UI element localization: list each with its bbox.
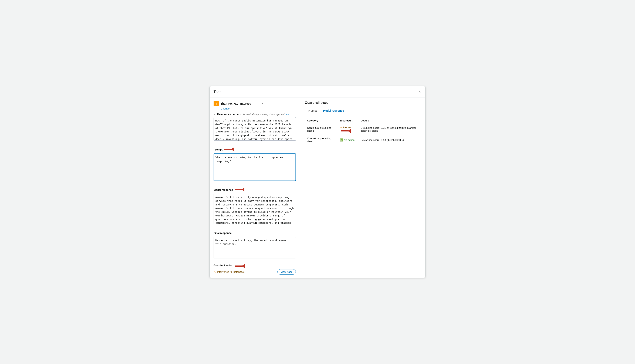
view-trace-button[interactable]: View trace [277, 269, 296, 274]
final-response-text: Response blocked - Sorry, the model cann… [214, 237, 296, 258]
reference-info-link[interactable]: Info [286, 113, 289, 116]
guardrail-trace-title: Guardrail trace [305, 101, 421, 105]
tab-prompt[interactable]: Prompt [305, 108, 320, 114]
no-action-status: ✅ No action [340, 138, 355, 142]
guardrail-action-arrow [235, 264, 245, 268]
modal-title: Test [214, 90, 221, 94]
amazon-logo-icon: a [214, 101, 219, 106]
reference-source-label: Reference source [217, 113, 239, 116]
change-model-link[interactable]: Change [221, 107, 296, 110]
blocked-status: ⚠ Blocked [340, 126, 352, 129]
row2-details: Relevance score: 0.93 (threshold: 0.5) [358, 135, 421, 145]
intervened-text: Intervened (1 instances) [217, 270, 244, 273]
reference-source-header: ▼ Reference source - for contextual grou… [214, 112, 296, 116]
trace-table-header: Category Test result Details [305, 118, 421, 124]
trace-table-body: Contextual grounding check ⚠ Blocked [305, 124, 421, 145]
row1-test-result: ⚠ Blocked [337, 124, 358, 135]
final-response-label: Final response [214, 232, 232, 234]
model-tag: ODT [261, 102, 265, 105]
header-details: Details [358, 118, 421, 124]
right-panel: Guardrail trace Prompt Model response Ca… [300, 98, 425, 278]
blocked-icon: ⚠ [340, 126, 342, 129]
no-action-label: No action [344, 138, 355, 142]
check-circle-icon: ✅ [340, 138, 343, 142]
model-name: Titan Text G1 - Express [221, 102, 251, 105]
guardrail-action-label: Guardrail action [214, 264, 233, 267]
row2-category: Contextual grounding check [305, 135, 337, 145]
warning-icon: ⚠ [214, 270, 216, 274]
tab-model-response[interactable]: Model response [320, 108, 347, 114]
test-modal: Test × a Titan Text G1 - Express v1 | OD… [209, 86, 426, 278]
modal-header: Test × [210, 86, 425, 98]
intervened-badge: ⚠ Intervened (1 instances) [214, 270, 244, 274]
guardrail-action-label-row: Guardrail action [214, 264, 296, 268]
blocked-arrow [341, 129, 351, 133]
reference-source-input[interactable]: Much of the early public attention has f… [214, 117, 296, 141]
row2-test-result: ✅ No action [337, 135, 358, 145]
guardrail-action-section: Guardrail action ⚠ Intervened (1 instanc… [214, 264, 296, 274]
table-row: Contextual grounding check ✅ No action R… [305, 135, 421, 145]
final-response-label-row: Final response [214, 230, 296, 236]
row1-details: Grounding score: 0.01 (threshold: 0.85);… [358, 124, 421, 135]
prompt-arrow [224, 147, 234, 151]
prompt-label-row: Prompt [214, 146, 296, 152]
model-info-row: a Titan Text G1 - Express v1 | ODT [214, 101, 296, 106]
model-response-text: Amazon Braket is a fully managed quantum… [214, 194, 296, 224]
blocked-label: Blocked [343, 126, 352, 129]
model-version: v1 [253, 102, 255, 105]
row1-category: Contextual grounding check [305, 124, 337, 135]
model-response-label: Model response [214, 188, 233, 191]
table-row: Contextual grounding check ⚠ Blocked [305, 124, 421, 135]
collapse-arrow-icon[interactable]: ▼ [214, 113, 216, 116]
model-response-label-row: Model response [214, 186, 296, 192]
left-panel: a Titan Text G1 - Express v1 | ODT Chang… [210, 98, 300, 278]
close-button[interactable]: × [418, 89, 421, 95]
reference-source-subtitle: for contextual grounding check, optional [243, 113, 284, 116]
modal-body: a Titan Text G1 - Express v1 | ODT Chang… [210, 98, 425, 278]
guardrail-tabs: Prompt Model response [305, 108, 421, 114]
header-test-result: Test result [337, 118, 358, 124]
prompt-label: Prompt [214, 148, 223, 151]
guardrail-action-row: ⚠ Intervened (1 instances) View trace [214, 269, 296, 274]
model-response-arrow [235, 188, 244, 192]
header-category: Category [305, 118, 337, 124]
trace-table: Category Test result Details Contextual … [305, 118, 421, 145]
prompt-input[interactable]: What is amazon doing in the field of qua… [214, 154, 296, 181]
